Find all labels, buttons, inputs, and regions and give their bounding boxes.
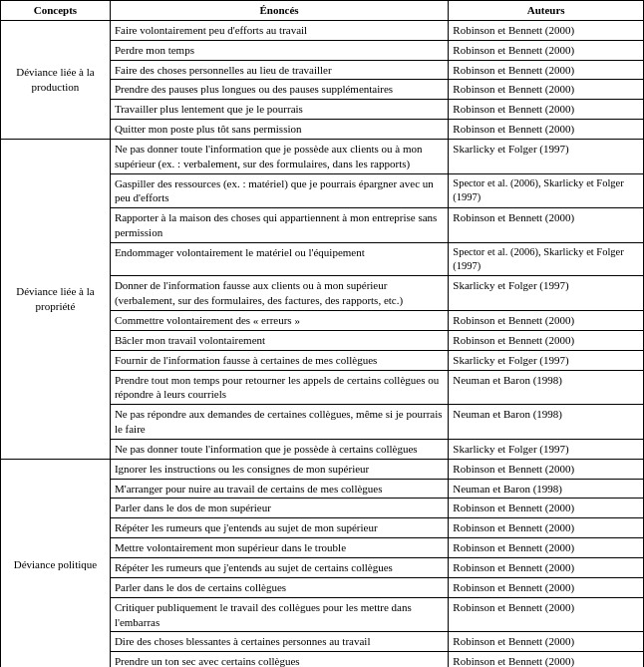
concept-cell-1: Déviance liée à la propriété bbox=[1, 139, 111, 459]
enonce-cell: Rapporter à la maison des choses qui app… bbox=[110, 208, 448, 243]
enonce-cell: Répéter les rumeurs que j'entends au suj… bbox=[110, 518, 448, 538]
auteur-cell: Skarlicky et Folger (1997) bbox=[449, 439, 644, 459]
enonce-cell: Ne pas donner toute l'information que je… bbox=[110, 439, 448, 459]
enonce-cell: Gaspiller des ressources (ex. : matériel… bbox=[110, 173, 448, 208]
auteur-cell: Robinson et Bennett (2000) bbox=[449, 80, 644, 100]
auteur-cell: Robinson et Bennett (2000) bbox=[449, 208, 644, 243]
auteur-cell: Skarlicky et Folger (1997) bbox=[449, 139, 644, 173]
auteur-cell: Robinson et Bennett (2000) bbox=[449, 499, 644, 518]
auteur-cell: Robinson et Bennett (2000) bbox=[449, 557, 644, 577]
auteur-cell: Robinson et Bennett (2000) bbox=[449, 597, 644, 632]
header-enonces: Énoncés bbox=[110, 1, 448, 21]
enonce-cell: Parler dans le dos de mon supérieur bbox=[110, 499, 448, 518]
auteur-cell: Neuman et Baron (1998) bbox=[449, 370, 644, 405]
main-table: Concepts Énoncés Auteurs Déviance liée à… bbox=[0, 0, 644, 667]
enonce-cell: Faire volontairement peu d'efforts au tr… bbox=[110, 20, 448, 40]
enonce-cell: Ne pas répondre aux demandes de certaine… bbox=[110, 405, 448, 440]
enonce-cell: Endommager volontairement le matériel ou… bbox=[110, 242, 448, 275]
auteur-cell: Robinson et Bennett (2000) bbox=[449, 40, 644, 60]
enonce-cell: Prendre tout mon temps pour retourner le… bbox=[110, 370, 448, 405]
enonce-cell: Prendre des pauses plus longues ou des p… bbox=[110, 80, 448, 100]
enonce-cell: Mettre volontairement mon supérieur dans… bbox=[110, 538, 448, 558]
table-row: Déviance liée à la productionFaire volon… bbox=[1, 20, 644, 40]
enonce-cell: Faire des choses personnelles au lieu de… bbox=[110, 60, 448, 80]
auteur-cell: Robinson et Bennett (2000) bbox=[449, 632, 644, 652]
auteur-cell: Skarlicky et Folger (1997) bbox=[449, 350, 644, 370]
enonce-cell: Ignorer les instructions ou les consigne… bbox=[110, 459, 448, 479]
table-row: Déviance liée à la propriétéNe pas donne… bbox=[1, 139, 644, 173]
auteur-cell: Neuman et Baron (1998) bbox=[449, 405, 644, 440]
enonce-cell: Commettre volontairement des « erreurs » bbox=[110, 311, 448, 331]
auteur-cell: Robinson et Bennett (2000) bbox=[449, 100, 644, 120]
table-row: Déviance politiqueIgnorer les instructio… bbox=[1, 459, 644, 479]
auteur-cell: Robinson et Bennett (2000) bbox=[449, 311, 644, 331]
header-auteurs: Auteurs bbox=[449, 1, 644, 21]
concept-cell-0: Déviance liée à la production bbox=[1, 20, 111, 139]
auteur-cell: Robinson et Bennett (2000) bbox=[449, 60, 644, 80]
enonce-cell: Donner de l'information fausse aux clien… bbox=[110, 276, 448, 311]
concept-cell-2: Déviance politique bbox=[1, 459, 111, 667]
auteur-cell: Robinson et Bennett (2000) bbox=[449, 120, 644, 140]
auteur-cell: Spector et al. (2006), Skarlicky et Folg… bbox=[449, 173, 644, 208]
enonce-cell: M'arranger pour nuire au travail de cert… bbox=[110, 479, 448, 499]
auteur-cell: Robinson et Bennett (2000) bbox=[449, 577, 644, 597]
auteur-cell: Robinson et Bennett (2000) bbox=[449, 652, 644, 667]
header-concepts: Concepts bbox=[1, 1, 111, 21]
enonce-cell: Travailler plus lentement que je le pour… bbox=[110, 100, 448, 120]
auteur-cell: Robinson et Bennett (2000) bbox=[449, 20, 644, 40]
enonce-cell: Perdre mon temps bbox=[110, 40, 448, 60]
auteur-cell: Robinson et Bennett (2000) bbox=[449, 518, 644, 538]
auteur-cell: Spector et al. (2006), Skarlicky et Folg… bbox=[449, 242, 644, 275]
enonce-cell: Dire des choses blessantes à certaines p… bbox=[110, 632, 448, 652]
auteur-cell: Robinson et Bennett (2000) bbox=[449, 538, 644, 558]
enonce-cell: Bâcler mon travail volontairement bbox=[110, 330, 448, 350]
enonce-cell: Quitter mon poste plus tôt sans permissi… bbox=[110, 120, 448, 140]
enonce-cell: Ne pas donner toute l'information que je… bbox=[110, 139, 448, 173]
enonce-cell: Répéter les rumeurs que j'entends au suj… bbox=[110, 557, 448, 577]
enonce-cell: Critiquer publiquement le travail des co… bbox=[110, 597, 448, 632]
enonce-cell: Parler dans le dos de certains collègues bbox=[110, 577, 448, 597]
auteur-cell: Robinson et Bennett (2000) bbox=[449, 459, 644, 479]
enonce-cell: Fournir de l'information fausse à certai… bbox=[110, 350, 448, 370]
auteur-cell: Robinson et Bennett (2000) bbox=[449, 330, 644, 350]
auteur-cell: Skarlicky et Folger (1997) bbox=[449, 276, 644, 311]
auteur-cell: Neuman et Baron (1998) bbox=[449, 479, 644, 499]
enonce-cell: Prendre un ton sec avec certains collègu… bbox=[110, 652, 448, 667]
